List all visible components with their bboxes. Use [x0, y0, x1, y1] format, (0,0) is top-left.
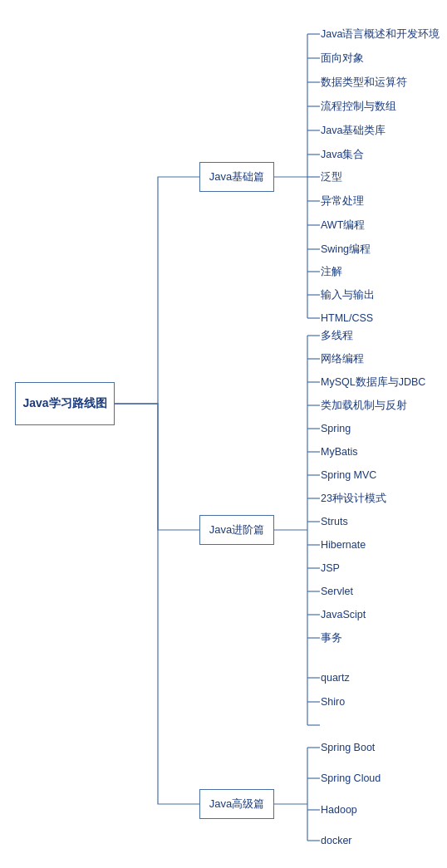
leaf-basic-4: Java基础类库 [321, 120, 386, 141]
branch-basic: Java基础篇 [199, 162, 274, 192]
leaf-exp-1: Spring Cloud [321, 767, 381, 789]
leaf-basic-0: Java语言概述和开发环境 [321, 23, 440, 45]
leaf-adv-12: JavaScipt [321, 604, 366, 625]
leaf-adv-1: 网络编程 [321, 348, 364, 370]
leaf-adv-13: 事务 [321, 627, 342, 649]
root-node: Java学习路线图 [15, 382, 115, 425]
root-to-advanced-line [115, 404, 199, 530]
branch-advanced: Java进阶篇 [199, 515, 274, 545]
branch-basic-label: Java基础篇 [209, 169, 264, 184]
branch-advanced-label: Java进阶篇 [209, 522, 264, 537]
leaf-adv-5: MyBatis [321, 441, 357, 463]
root-to-basic-line [115, 177, 199, 404]
leaf-adv-11: Servlet [321, 581, 353, 602]
leaf-basic-10: 注解 [321, 261, 342, 282]
root-to-expert-line [115, 404, 199, 804]
leaf-adv-10: JSP [321, 557, 340, 579]
leaf-basic-8: AWT编程 [321, 214, 365, 236]
leaf-basic-9: Swing编程 [321, 238, 371, 260]
leaf-adv-3: 类加载机制与反射 [321, 395, 407, 416]
leaf-basic-5: Java集合 [321, 144, 364, 165]
leaf-basic-11: 输入与输出 [321, 284, 375, 306]
leaf-adv-8: Struts [321, 511, 348, 532]
leaf-adv-2: MySQL数据库与JDBC [321, 371, 425, 393]
leaf-adv-0: 多线程 [321, 325, 353, 346]
leaf-adv-9: Hibernate [321, 534, 366, 556]
leaf-adv-15: Shiro [321, 691, 345, 713]
leaf-basic-1: 面向对象 [321, 47, 364, 69]
leaf-basic-3: 流程控制与数组 [321, 96, 396, 117]
leaf-adv-14: quartz [321, 667, 350, 689]
leaf-adv-7: 23种设计模式 [321, 488, 386, 509]
branch-expert-label: Java高级篇 [209, 797, 264, 812]
leaf-basic-7: 异常处理 [321, 190, 364, 212]
leaf-exp-0: Spring Boot [321, 737, 375, 758]
leaf-adv-4: Spring [321, 418, 351, 439]
mind-map: Java学习路线图 Java基础篇 Java进阶篇 Java高级篇 Java语言… [0, 0, 447, 868]
root-label: Java学习路线图 [22, 396, 106, 411]
leaf-adv-6: Spring MVC [321, 464, 376, 486]
leaf-basic-6: 泛型 [321, 166, 342, 188]
leaf-exp-2: Hadoop [321, 799, 357, 821]
branch-expert: Java高级篇 [199, 789, 274, 819]
leaf-exp-3: docker [321, 830, 352, 851]
leaf-basic-2: 数据类型和运算符 [321, 71, 407, 93]
